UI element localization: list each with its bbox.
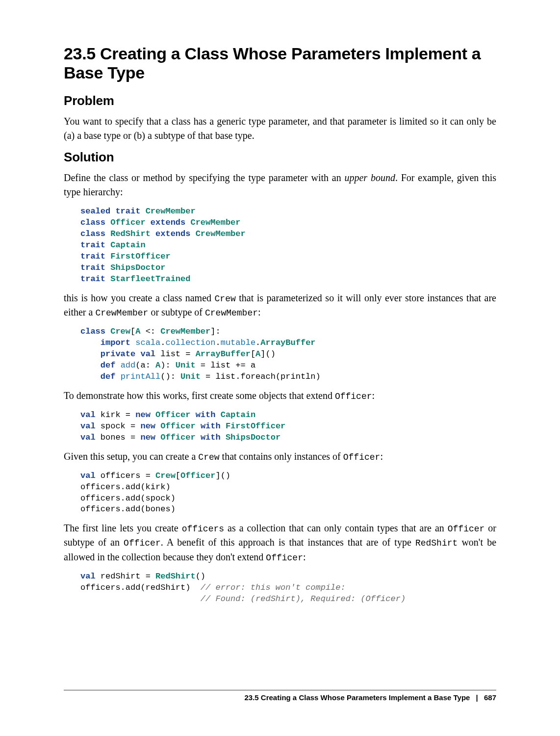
- code-block-redshirt: val redShirt = RedShirt() officers.add(r…: [80, 571, 496, 605]
- problem-text: You want to specify that a class has a g…: [64, 114, 496, 143]
- section-title: 23.5 Creating a Class Whose Parameters I…: [64, 44, 496, 82]
- code-block-officers: val kirk = new Officer with Captain val …: [80, 410, 496, 444]
- footer-title: 23.5 Creating a Class Whose Parameters I…: [245, 693, 470, 702]
- footer-page-number: 687: [484, 693, 496, 702]
- solution-heading: Solution: [64, 150, 496, 165]
- page-footer: 23.5 Creating a Class Whose Parameters I…: [64, 690, 496, 702]
- text: Define the class or method by specifying…: [64, 172, 344, 183]
- para-setup: Given this setup, you can create a Crew …: [64, 449, 496, 464]
- emphasis: upper bound: [344, 172, 395, 183]
- code-block-officers-add: val officers = Crew[Officer]() officers.…: [80, 471, 496, 516]
- para-benefit: The first line lets you create officers …: [64, 521, 496, 564]
- code-block-crew-class: class Crew[A <: CrewMember]: import scal…: [80, 326, 496, 383]
- para-crew-class: this is how you create a class named Cre…: [64, 291, 496, 319]
- code-block-hierarchy: sealed trait CrewMember class Officer ex…: [80, 206, 496, 285]
- footer-separator: |: [472, 693, 482, 702]
- solution-intro: Define the class or method by specifying…: [64, 171, 496, 199]
- para-demonstrate: To demonstrate how this works, first cre…: [64, 389, 496, 403]
- problem-heading: Problem: [64, 93, 496, 108]
